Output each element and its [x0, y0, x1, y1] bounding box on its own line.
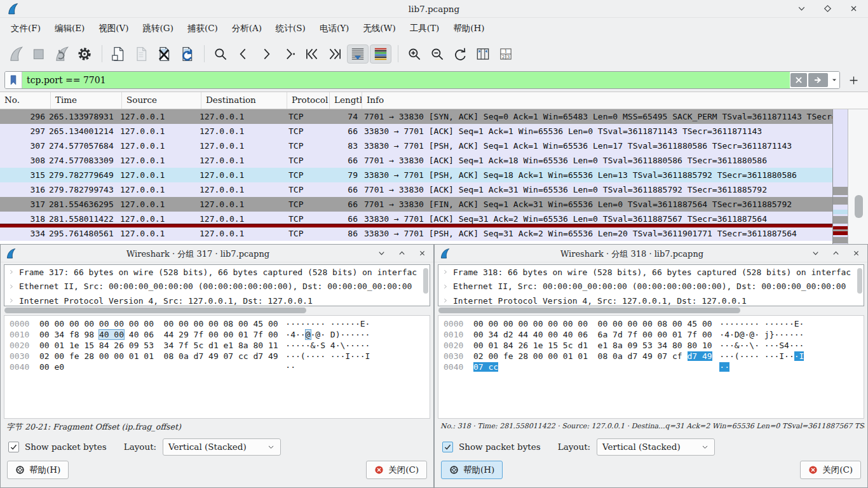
layout-select[interactable]: Vertical (Stacked): [597, 438, 715, 456]
stop-capture-button[interactable]: [28, 44, 50, 64]
menu-item-7[interactable]: 电话(Y): [313, 19, 356, 38]
show-packet-bytes-label[interactable]: Show packet bytes: [25, 442, 107, 452]
show-packet-bytes-checkbox[interactable]: [8, 442, 19, 452]
capture-options-button[interactable]: [74, 44, 95, 64]
close-dialog-button[interactable]: 关闭(C): [366, 461, 427, 479]
expander-icon[interactable]: [8, 282, 15, 291]
tree-row[interactable]: Internet Protocol Version 4, Src: 127.0.…: [4, 294, 430, 306]
hex-bytes[interactable]: 00 00 00 00 00 00 00 00 00 00 00 00 08 0…: [473, 319, 712, 329]
hex-bytes[interactable]: 07 cc: [473, 362, 712, 372]
minimize-button[interactable]: [796, 3, 807, 14]
tree-hscrollbar[interactable]: [438, 308, 864, 314]
hex-line-0000[interactable]: 000000 00 00 00 00 00 00 00 00 00 00 00 …: [444, 319, 864, 330]
next-packet-button[interactable]: [255, 44, 277, 64]
menu-item-5[interactable]: 分析(A): [225, 19, 269, 38]
filter-history-dropdown[interactable]: [829, 72, 839, 88]
open-file-button[interactable]: [107, 44, 129, 64]
tree-hscrollbar[interactable]: [4, 308, 430, 314]
close-button[interactable]: [848, 3, 859, 14]
hex-line-0000[interactable]: 000000 00 00 00 00 00 00 00 00 00 00 00 …: [10, 319, 430, 330]
hscrollbar-thumb[interactable]: [4, 308, 306, 313]
close-file-button[interactable]: [153, 44, 175, 64]
hscrollbar-thumb[interactable]: [438, 308, 740, 313]
filter-clear-button[interactable]: [790, 73, 807, 87]
colorize-button[interactable]: [370, 44, 391, 64]
close-button[interactable]: [851, 248, 861, 258]
hex-ascii[interactable]: ···&··\· ···S4···: [719, 341, 804, 350]
show-packet-bytes-label[interactable]: Show packet bytes: [459, 442, 541, 452]
menu-item-4[interactable]: 捕获(C): [180, 19, 225, 38]
menu-item-2[interactable]: 视图(V): [92, 19, 135, 38]
hex-ascii[interactable]: ········ ······E·: [719, 319, 804, 329]
tree-row[interactable]: Ethernet II, Src: 00:00:00_00:00:00 (00:…: [438, 280, 864, 294]
expander-icon[interactable]: [442, 296, 449, 305]
hex-ascii[interactable]: ·4·D@·@· j}······: [719, 330, 804, 339]
packet-row-317[interactable]: 317281.554636295127.0.0.1127.0.0.1TCP667…: [0, 197, 832, 212]
hex-bytes[interactable]: 00 34 f8 98 40 00 40 06 44 29 7f 00 00 0…: [39, 330, 278, 339]
hex-line-0010[interactable]: 001000 34 d2 44 40 00 40 06 6a 7d 7f 00 …: [444, 330, 864, 341]
hex-bytes[interactable]: 00 01 84 26 1e 15 5c d1 e1 8a 09 53 34 8…: [473, 341, 712, 350]
close-button[interactable]: [417, 248, 427, 258]
hex-bytes[interactable]: 02 00 fe 28 00 00 01 01 08 0a d7 49 07 c…: [39, 351, 278, 361]
packet-row-297[interactable]: 297265.134001214127.0.0.1127.0.0.1TCP663…: [0, 124, 832, 139]
expander-icon[interactable]: [442, 282, 449, 291]
hex-bytes[interactable]: 00 00 00 00 00 00 00 00 00 00 00 00 08 0…: [39, 319, 278, 329]
help-button[interactable]: 帮助(H): [441, 461, 503, 479]
column-header-protocol[interactable]: Protocol: [287, 92, 330, 109]
packet-row-307[interactable]: 307274.577057684127.0.0.1127.0.0.1TCP833…: [0, 139, 832, 153]
tree-scrollbar-thumb[interactable]: [857, 268, 862, 294]
packet-minimap-scrollbar[interactable]: [832, 109, 848, 244]
find-packet-button[interactable]: [210, 44, 231, 64]
column-header-info[interactable]: Info: [362, 92, 868, 109]
packet-row-316[interactable]: 316279.782799743127.0.0.1127.0.0.1TCP667…: [0, 182, 832, 197]
show-packet-bytes-checkbox[interactable]: [442, 442, 453, 452]
layout-chooser-button[interactable]: 123: [495, 44, 517, 64]
tree-row[interactable]: Internet Protocol Version 4, Src: 127.0.…: [438, 294, 864, 306]
goto-packet-button[interactable]: [278, 44, 300, 64]
first-packet-button[interactable]: [301, 44, 323, 64]
restart-capture-button[interactable]: [51, 44, 72, 64]
close-dialog-button[interactable]: 关闭(C): [800, 461, 861, 479]
menu-item-9[interactable]: 工具(T): [403, 19, 447, 38]
menu-item-0[interactable]: 文件(F): [4, 19, 48, 38]
menu-item-6[interactable]: 统计(S): [269, 19, 313, 38]
hex-line-0020[interactable]: 002000 01 84 26 1e 15 5c d1 e1 8a 09 53 …: [444, 341, 864, 351]
reload-file-button[interactable]: [176, 44, 198, 64]
hex-line-0030[interactable]: 003002 00 fe 28 00 00 01 01 08 0a d7 49 …: [10, 351, 430, 362]
packet-row-308[interactable]: 308274.577083309127.0.0.1127.0.0.1TCP667…: [0, 153, 832, 168]
scrollbar-thumb[interactable]: [855, 195, 863, 218]
column-header-no[interactable]: No.: [0, 92, 51, 109]
hex-line-0040[interactable]: 004007 cc··: [444, 362, 864, 373]
auto-scroll-button[interactable]: [347, 44, 369, 64]
start-capture-button[interactable]: [5, 44, 27, 64]
hex-ascii[interactable]: ········ ······E·: [285, 319, 370, 329]
column-header-source[interactable]: Source: [122, 92, 201, 109]
zoom-in-button[interactable]: [403, 44, 425, 64]
packet-row-296[interactable]: 296265.133978931127.0.0.1127.0.0.1TCP747…: [0, 109, 832, 124]
maximize-button[interactable]: [822, 3, 833, 14]
display-filter-input[interactable]: tcp.port == 7701: [22, 72, 790, 88]
minimize-button[interactable]: [811, 248, 820, 258]
filter-bookmark-button[interactable]: [5, 72, 22, 88]
expander-icon[interactable]: [442, 268, 449, 276]
save-file-button[interactable]: [130, 44, 152, 64]
tree-row[interactable]: Frame 317: 66 bytes on wire (528 bits), …: [4, 265, 430, 280]
packet-list-scrollbar[interactable]: [849, 109, 868, 244]
tree-row[interactable]: Frame 318: 66 bytes on wire (528 bits), …: [438, 265, 864, 280]
tree-row[interactable]: Ethernet II, Src: 00:00:00_00:00:00 (00:…: [4, 280, 430, 294]
minimize-button[interactable]: [377, 248, 386, 258]
packet-row-315[interactable]: 315279.782779649127.0.0.1127.0.0.1TCP793…: [0, 168, 832, 182]
column-header-destination[interactable]: Destination: [201, 92, 287, 109]
menu-item-8[interactable]: 无线(W): [356, 19, 402, 38]
hex-line-0040[interactable]: 004000 e0··: [10, 362, 430, 373]
hex-line-0020[interactable]: 002000 01 1e 15 84 26 09 53 34 7f 5c d1 …: [10, 341, 430, 351]
tree-scrollbar-thumb[interactable]: [423, 268, 428, 294]
layout-select[interactable]: Vertical (Stacked): [163, 438, 281, 456]
column-header-length[interactable]: Length: [330, 92, 362, 109]
zoom-reset-button[interactable]: [449, 44, 471, 64]
filter-apply-button[interactable]: [808, 73, 828, 87]
hex-ascii[interactable]: ··: [285, 362, 295, 372]
hex-line-0030[interactable]: 003002 00 fe 28 00 00 01 01 08 0a d7 49 …: [444, 351, 864, 362]
hex-ascii[interactable]: ··: [719, 362, 729, 372]
hex-bytes[interactable]: 00 e0: [39, 362, 278, 372]
